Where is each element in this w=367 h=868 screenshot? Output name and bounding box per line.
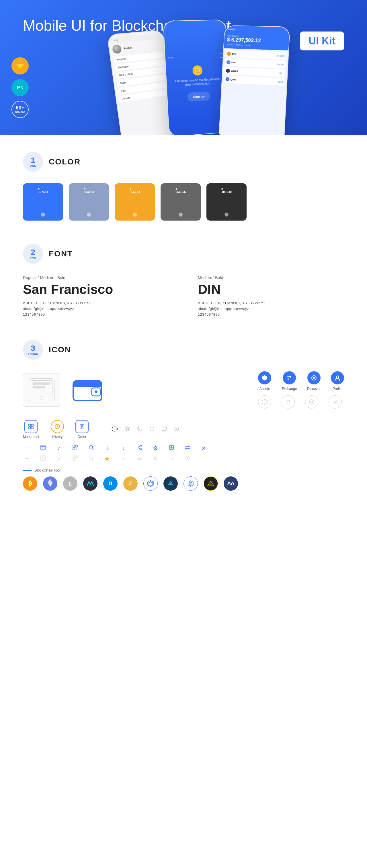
edit-grey-icon — [39, 455, 47, 462]
din-lowercase: abcdefghijklmnopqrstuvwxyz — [198, 307, 344, 311]
grid-coin-icon — [143, 476, 158, 491]
mgmt-icon-order: Order — [76, 420, 89, 439]
swatch-dot — [179, 213, 182, 217]
assets-outline-icon — [258, 395, 271, 408]
nav-icon-exchange: Exchange — [282, 371, 297, 391]
screens-badge: 60+ Screens — [11, 101, 29, 118]
swatch-dot — [133, 213, 137, 217]
order-icon — [76, 420, 89, 433]
discover-outline-icon — [305, 395, 318, 408]
info-grey-icon — [184, 456, 192, 462]
svg-point-28 — [89, 445, 93, 449]
arrow-grey-icon: ⇐ — [135, 456, 143, 462]
svg-rect-13 — [29, 427, 31, 429]
nav-icons-row-2 — [258, 395, 344, 408]
plus-icon: + — [23, 445, 31, 452]
font-din: Medium ' Bold DIN ABCDEFGHIJKLMNOPQRSTUV… — [198, 275, 344, 316]
ark-icon — [163, 476, 178, 491]
assets-label: Assets — [259, 387, 270, 391]
waves2-icon — [224, 476, 238, 491]
swatch-dark: #303030 — [206, 183, 247, 221]
svg-rect-11 — [29, 424, 31, 426]
eth-icon — [43, 476, 57, 491]
mgmt-icon-history: History — [51, 420, 64, 439]
btc-icon: ₿ — [23, 476, 37, 491]
nav-icon-assets: Assets — [258, 371, 271, 391]
blockchain-line — [23, 470, 32, 471]
svg-rect-2 — [73, 384, 102, 387]
svg-rect-23 — [73, 448, 75, 450]
blockchain-label-row: BlockChain Icon — [23, 468, 344, 472]
tools-row-colored: + ✓ — [23, 444, 344, 452]
assets-icon — [258, 371, 271, 384]
profile-icon — [331, 371, 344, 384]
svg-rect-35 — [76, 456, 78, 458]
main-content: 1 ONE COLOR #3574FA #8DA0C8 #F5A623 #666… — [0, 135, 367, 508]
sf-styles: Regular ' Medium ' Bold — [23, 275, 169, 280]
management-label: Mangment — [23, 435, 39, 439]
close2-grey-icon: ✕ — [151, 456, 160, 462]
svg-point-10 — [334, 400, 336, 402]
nav-icon-assets-outline — [258, 395, 271, 408]
svg-point-9 — [311, 401, 312, 403]
swatch-blue: #3574FA — [23, 183, 63, 221]
swatch-grey: #666666 — [161, 183, 201, 221]
order-label: Order — [78, 435, 86, 439]
din-numbers: 1234567890 — [198, 313, 344, 316]
svg-point-29 — [140, 445, 142, 446]
swatch-grey-blue: #8DA0C8 — [69, 183, 109, 221]
moon-icon — [137, 426, 142, 433]
search-icon — [87, 444, 95, 452]
dash-icon: D — [103, 476, 117, 491]
sketch-badge — [11, 57, 29, 74]
check-grey-icon: ✓ — [55, 456, 63, 462]
svg-rect-25 — [77, 448, 77, 448]
icon-section-header: 3 THREE ICON — [23, 340, 344, 360]
edit-table-icon — [39, 444, 47, 452]
font-sf: Regular ' Medium ' Bold San Francisco AB… — [23, 275, 169, 316]
chevron-left-icon: ‹ — [119, 445, 127, 452]
nav-icon-discover: Discover — [307, 371, 320, 391]
sf-name: San Francisco — [23, 282, 169, 297]
tools-row-grey: + ✓ ★ ‹ — [23, 455, 344, 462]
speech-icon — [162, 426, 167, 433]
qr-grey-icon — [71, 455, 79, 462]
svg-point-7 — [336, 376, 339, 378]
check-icon: ✓ — [55, 445, 63, 452]
svg-rect-22 — [76, 445, 78, 447]
svg-marker-40 — [149, 482, 152, 486]
icon-section-title: ICON — [49, 345, 71, 354]
discover-label: Discover — [307, 387, 320, 391]
info-icon — [174, 426, 179, 433]
phone-right: myWallet + Total Balance $ 6,297,502.12 … — [219, 25, 290, 135]
export-icon — [167, 444, 175, 452]
swatch-orange: #F5A623 — [115, 183, 155, 221]
circle-icon — [149, 426, 154, 433]
din-uppercase: ABCDEFGHIJKLMNOPQRSTUVWXYZ — [198, 301, 344, 305]
ltc-icon: Ł — [63, 476, 78, 491]
color-section-number: 1 ONE — [23, 152, 43, 172]
phone-mockups: 9:41 Profile Mainnet Message Red Collect… — [115, 11, 344, 135]
svg-rect-20 — [41, 445, 45, 450]
icon-section-content: Assets Exchange — [23, 371, 344, 491]
nav-icon-discover-outline — [305, 395, 318, 408]
svg-point-4 — [94, 391, 97, 393]
swatch-dot — [87, 213, 91, 217]
layers-icon — [125, 426, 131, 433]
star-icon: ☆ — [103, 445, 111, 452]
svg-rect-26 — [76, 449, 76, 450]
icon-main-row: Assets Exchange — [23, 371, 344, 408]
plus-grey-icon: + — [23, 456, 31, 462]
din-styles: Medium ' Bold — [198, 275, 344, 280]
svg-rect-36 — [73, 458, 75, 460]
blockchain-label: BlockChain Icon — [34, 468, 61, 472]
mgmt-icons-row: Mangment History — [23, 420, 344, 439]
svg-point-44 — [170, 483, 171, 485]
svg-rect-24 — [76, 448, 76, 448]
omg-icon — [184, 476, 198, 491]
qr-icon — [71, 444, 79, 452]
share-icon — [135, 444, 143, 452]
nav-icon-profile: Profile — [331, 371, 344, 391]
misc-icons: 💬 — [112, 426, 179, 433]
bat-icon — [204, 476, 218, 491]
